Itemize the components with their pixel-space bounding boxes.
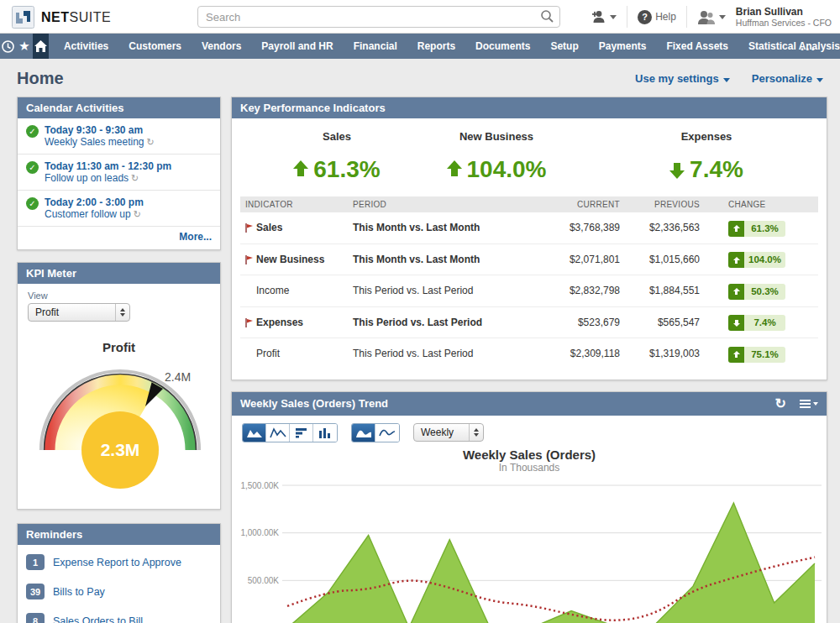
smooth-line-icon <box>379 427 396 438</box>
left-column: Calendar Activities ✓ Today 9:30 - 9:30 … <box>17 97 221 623</box>
chart-type-column-button[interactable] <box>313 424 337 442</box>
kpi-panel-header[interactable]: Key Performance Indicators <box>232 97 827 118</box>
page-header: Home Use my settings Personalize <box>0 59 840 92</box>
calendar-event: ✓ Today 9:30 - 9:30 am Weekly Sales meet… <box>18 118 220 154</box>
trend-down-arrow-icon <box>669 160 685 179</box>
user-menu-button[interactable] <box>697 10 726 24</box>
star-icon: ★ <box>18 39 29 54</box>
nav-item-reports[interactable]: Reports <box>417 40 455 52</box>
reminder-count-badge: 1 <box>26 554 45 570</box>
nav-item-payments[interactable]: Payments <box>599 40 647 52</box>
event-title-link[interactable]: Weekly Sales meeting↻ <box>45 136 155 148</box>
chart-toolbar: Weekly <box>232 416 827 446</box>
period-select[interactable]: Weekly <box>413 423 484 442</box>
netsuite-logo[interactable]: NETSUITE <box>12 6 111 29</box>
chart-type-line-button[interactable] <box>266 424 290 442</box>
help-button[interactable]: ? Help <box>638 10 676 24</box>
check-circle-icon: ✓ <box>26 125 39 138</box>
trend-up-arrow-icon <box>447 160 462 179</box>
refresh-icon[interactable]: ↻ <box>775 395 786 411</box>
table-row[interactable]: Income This Period vs. Last Period $2,83… <box>240 275 818 307</box>
event-time-link[interactable]: Today 2:00 - 3:00 pm <box>45 196 144 208</box>
gauge-title: Profit <box>28 340 210 354</box>
nav-item-activities[interactable]: Activities <box>64 40 108 52</box>
kpi-view-select[interactable]: Profit <box>28 303 130 322</box>
chevron-down-icon <box>723 78 730 82</box>
change-percent: 61.3% <box>744 221 785 237</box>
divider <box>686 6 687 28</box>
col-change[interactable]: CHANGE <box>705 196 818 212</box>
chart-style-smooth-line-button[interactable] <box>375 424 399 442</box>
chevron-down-icon <box>610 15 617 19</box>
recent-history-button[interactable] <box>0 34 16 59</box>
table-row[interactable]: Sales This Month vs. Last Month $3,768,3… <box>240 212 818 243</box>
col-indicator[interactable]: INDICATOR <box>240 196 348 212</box>
reminders-header[interactable]: Reminders <box>18 524 220 545</box>
col-previous[interactable]: PREVIOUS <box>625 196 705 212</box>
period-cell: This Month vs. Last Month <box>348 212 537 243</box>
chart-title: Weekly Sales (Orders) <box>232 448 827 462</box>
event-title-link[interactable]: Follow up on leads↻ <box>45 172 171 184</box>
nav-item-financial[interactable]: Financial <box>354 40 397 52</box>
table-row[interactable]: Profit This Period vs. Last Period $2,30… <box>240 338 818 369</box>
calendar-activities-panel: Calendar Activities ✓ Today 9:30 - 9:30 … <box>17 97 221 250</box>
table-row[interactable]: Expenses This Period vs. Last Period $52… <box>240 306 818 338</box>
kpi-meter-panel: KPI Meter View Profit Profit <box>17 262 221 510</box>
previous-cell: $1,015,660 <box>625 243 705 275</box>
nav-item-documents[interactable]: Documents <box>475 40 530 52</box>
change-badge: 75.1% <box>728 347 785 363</box>
col-period[interactable]: PERIOD <box>348 196 537 212</box>
event-title-link[interactable]: Customer follow up↻ <box>45 208 144 220</box>
check-circle-icon: ✓ <box>26 161 39 174</box>
chart-type-hbar-button[interactable] <box>290 424 313 442</box>
reminder-item[interactable]: 1 Expense Report to Approve <box>18 547 220 577</box>
nav-item-setup[interactable]: Setup <box>550 40 578 52</box>
calendar-event: ✓ Today 11:30 am - 12:30 pm Follow up on… <box>18 154 220 191</box>
nav-overflow-button[interactable]: ... <box>801 39 816 54</box>
page-title: Home <box>17 69 64 88</box>
search-input[interactable] <box>197 6 560 28</box>
nav-item-payroll-hr[interactable]: Payroll and HR <box>261 40 333 52</box>
weekly-sales-chart: 0.00K500.00K1,000.00K1,500.00K17. Feb3. … <box>237 477 825 623</box>
user-info[interactable]: Brian Sullivan Huffman Services - CFO <box>736 7 832 28</box>
previous-cell: $1,319,003 <box>625 338 705 369</box>
chart-type-area-button[interactable] <box>243 424 266 442</box>
user-icon <box>697 10 716 24</box>
previous-cell: $565,547 <box>625 306 705 338</box>
tab-home[interactable] <box>33 34 49 59</box>
panel-menu-button[interactable] <box>800 400 818 408</box>
kpi-meter-header[interactable]: KPI Meter <box>18 263 220 284</box>
history-clock-icon <box>1 39 15 54</box>
reminder-item[interactable]: 8 Sales Orders to Bill <box>18 606 220 623</box>
kpi-view-value: Profit <box>35 306 59 318</box>
nav-item-vendors[interactable]: Vendors <box>202 40 241 52</box>
more-link[interactable]: More... <box>179 231 212 243</box>
event-time-link[interactable]: Today 11:30 am - 12:30 pm <box>45 160 171 172</box>
help-icon: ? <box>638 10 652 24</box>
chart-subtitle: In Thousands <box>232 462 827 474</box>
line-chart-icon <box>270 427 286 438</box>
col-current[interactable]: CURRENT <box>537 196 625 212</box>
indicator-name: Sales <box>256 222 282 233</box>
create-new-button[interactable] <box>591 10 617 24</box>
nav-item-customers[interactable]: Customers <box>129 40 181 52</box>
favorites-button[interactable]: ★ <box>16 34 32 59</box>
personalize-button[interactable]: Personalize <box>752 72 823 85</box>
table-row[interactable]: New Business This Month vs. Last Month $… <box>240 243 818 275</box>
nav-item-fixed-assets[interactable]: Fixed Assets <box>666 40 728 52</box>
change-percent: 104.0% <box>744 252 785 268</box>
chart-style-smooth-area-button[interactable] <box>352 424 375 442</box>
flag-icon <box>245 318 253 327</box>
kpi-table: INDICATOR PERIOD CURRENT PREVIOUS CHANGE… <box>240 196 818 369</box>
use-my-settings-button[interactable]: Use my settings <box>635 72 730 85</box>
nav-item-statistical-analysis[interactable]: Statistical Analysis <box>748 40 840 52</box>
search-icon[interactable] <box>540 9 554 24</box>
trend-panel-title: Weekly Sales (Orders) Trend <box>240 397 388 410</box>
reminder-item[interactable]: 39 Bills to Pay <box>18 577 220 606</box>
horizontal-bar-chart-icon <box>295 427 308 438</box>
kpi-table-header: INDICATOR PERIOD CURRENT PREVIOUS CHANGE <box>240 196 818 212</box>
period-cell: This Month vs. Last Month <box>348 243 537 275</box>
event-time-link[interactable]: Today 9:30 - 9:30 am <box>45 124 155 136</box>
calendar-activities-header[interactable]: Calendar Activities <box>18 97 220 118</box>
page-header-links: Use my settings Personalize <box>635 72 823 85</box>
